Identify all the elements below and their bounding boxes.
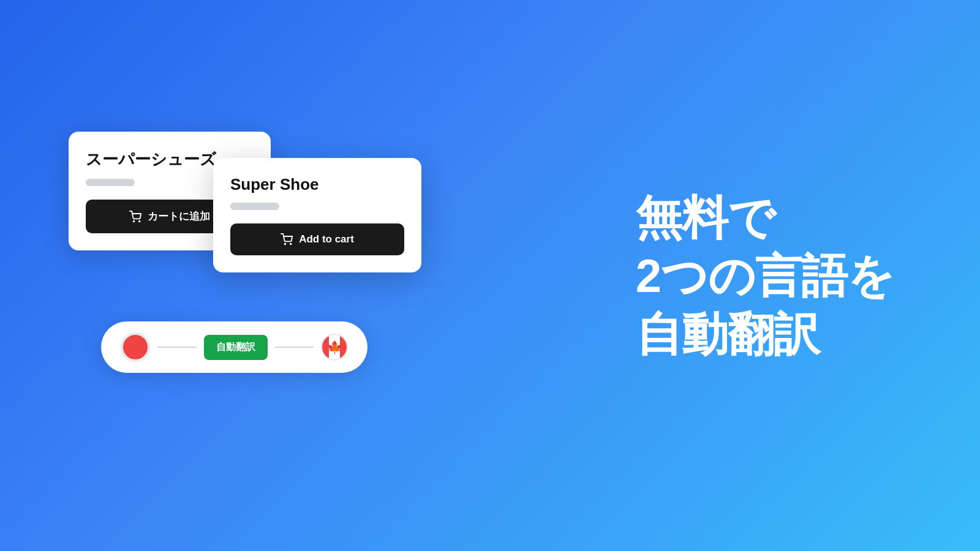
line-right [275,347,314,348]
auto-translate-badge: 自動翻訳 [204,335,268,360]
add-to-cart-ja-label: カートに追加 [148,209,210,223]
add-to-cart-en-label: Add to cart [299,233,354,246]
add-to-cart-en-button[interactable]: Add to cart [230,223,404,255]
card-en-title: Super Shoe [230,175,404,194]
main-scene: スーパーシューズ カートに追加 Super Shoe Add to cart [0,0,980,551]
card-english: Super Shoe Add to cart [213,158,421,272]
cart-icon-en [281,233,293,246]
heading-line3: 自動翻訳 [636,308,820,360]
card-ja-price-placeholder [86,179,135,186]
card-en-price-placeholder [230,203,279,210]
svg-point-0 [134,220,135,222]
svg-point-2 [285,244,286,245]
flag-japan [121,332,150,362]
heading-text: 無料で 2つの言語を 自動翻訳 [636,189,894,363]
svg-point-3 [290,244,292,245]
heading-line1: 無料で [636,192,775,244]
translation-bar: 自動翻訳 🍁 [101,321,368,373]
heading-line2: 2つの言語を [636,250,894,302]
cart-icon-ja [129,211,141,223]
svg-point-1 [139,220,140,222]
flag-canada: 🍁 [321,334,348,361]
maple-leaf-icon: 🍁 [327,340,342,354]
heading-area: 無料で 2つの言語を 自動翻訳 [636,189,894,363]
japan-red-dot [122,334,149,361]
line-left [157,347,197,348]
